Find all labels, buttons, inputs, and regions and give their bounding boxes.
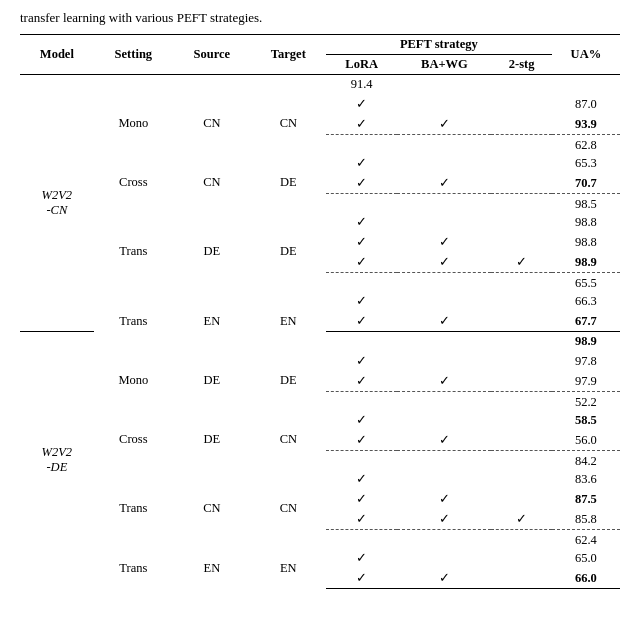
bawg-cell xyxy=(397,548,491,568)
source-cell: EN xyxy=(173,548,251,589)
twostg-cell: ✓ xyxy=(491,509,551,530)
lora-cell xyxy=(326,332,398,352)
bawg-cell xyxy=(397,410,491,430)
source-cell: DE xyxy=(173,212,251,291)
table-row: TransENEN✓66.3 xyxy=(20,291,620,311)
ua-cell: 98.5 xyxy=(552,194,620,213)
ua-cell: 62.4 xyxy=(552,530,620,549)
lora-cell: ✓ xyxy=(326,291,398,311)
twostg-cell xyxy=(491,135,551,154)
bawg-cell xyxy=(397,469,491,489)
bawg-cell: ✓ xyxy=(397,489,491,509)
target-cell: EN xyxy=(251,548,326,589)
ua-cell: 70.7 xyxy=(552,173,620,194)
lora-cell: ✓ xyxy=(326,351,398,371)
lora-cell xyxy=(326,135,398,154)
twostg-cell xyxy=(491,410,551,430)
ua-cell: 62.8 xyxy=(552,135,620,154)
col-setting: Setting xyxy=(94,35,173,75)
col-lora: LoRA xyxy=(326,55,398,75)
ua-cell: 56.0 xyxy=(552,430,620,451)
twostg-cell xyxy=(491,332,551,352)
col-source: Source xyxy=(173,35,251,75)
lora-cell: ✓ xyxy=(326,114,398,135)
twostg-cell xyxy=(491,173,551,194)
twostg-cell xyxy=(491,530,551,549)
bawg-cell: ✓ xyxy=(397,311,491,332)
setting-cell: Trans xyxy=(94,548,173,589)
twostg-cell xyxy=(491,392,551,411)
target-cell: CN xyxy=(251,469,326,548)
model-cell: W2V2-CN xyxy=(20,75,94,332)
setting-cell: Mono xyxy=(94,94,173,153)
lora-cell: ✓ xyxy=(326,153,398,173)
lora-cell xyxy=(326,194,398,213)
lora-cell: ✓ xyxy=(326,489,398,509)
ua-cell: 65.0 xyxy=(552,548,620,568)
ua-cell: 97.9 xyxy=(552,371,620,392)
setting-cell: Trans xyxy=(94,291,173,351)
twostg-cell xyxy=(491,469,551,489)
lora-cell: ✓ xyxy=(326,469,398,489)
results-table: Model Setting Source Target PEFT strateg… xyxy=(20,34,620,589)
ua-cell: 98.8 xyxy=(552,212,620,232)
ua-cell: 65.5 xyxy=(552,273,620,292)
twostg-cell xyxy=(491,451,551,470)
table-row: CrossDECN✓58.5 xyxy=(20,410,620,430)
target-cell: DE xyxy=(251,153,326,212)
lora-cell: ✓ xyxy=(326,212,398,232)
table-row: TransDEDE✓98.8 xyxy=(20,212,620,232)
twostg-cell xyxy=(491,568,551,589)
bawg-cell xyxy=(397,94,491,114)
col-two-stg: 2-stg xyxy=(491,55,551,75)
twostg-cell xyxy=(491,430,551,451)
lora-cell: ✓ xyxy=(326,410,398,430)
ua-cell: 66.3 xyxy=(552,291,620,311)
bawg-cell: ✓ xyxy=(397,371,491,392)
source-cell: EN xyxy=(173,291,251,351)
table-row: TransENEN✓65.0 xyxy=(20,548,620,568)
ua-cell: 98.9 xyxy=(552,252,620,273)
twostg-cell xyxy=(491,371,551,392)
lora-cell xyxy=(326,273,398,292)
bawg-cell: ✓ xyxy=(397,252,491,273)
lora-cell xyxy=(326,530,398,549)
bawg-cell xyxy=(397,273,491,292)
bawg-cell xyxy=(397,212,491,232)
twostg-cell xyxy=(491,351,551,371)
setting-cell: Cross xyxy=(94,153,173,212)
bawg-cell xyxy=(173,75,251,95)
lora-cell: ✓ xyxy=(326,311,398,332)
source-cell: CN xyxy=(173,94,251,153)
bawg-cell: ✓ xyxy=(397,114,491,135)
target-cell: EN xyxy=(251,291,326,351)
ua-cell: 98.9 xyxy=(552,332,620,352)
setting-cell: Trans xyxy=(94,212,173,291)
col-ua: UA% xyxy=(552,35,620,75)
twostg-cell xyxy=(491,489,551,509)
ua-cell: 66.0 xyxy=(552,568,620,589)
bawg-cell: ✓ xyxy=(397,430,491,451)
twostg-cell xyxy=(491,153,551,173)
table-row: W2V2-CN91.4 xyxy=(20,75,620,95)
table-row: TransCNCN✓83.6 xyxy=(20,469,620,489)
ua-cell: 58.5 xyxy=(552,410,620,430)
twostg-cell xyxy=(491,548,551,568)
bawg-cell xyxy=(397,351,491,371)
lora-cell: ✓ xyxy=(326,568,398,589)
ua-cell: 84.2 xyxy=(552,451,620,470)
setting-cell: Cross xyxy=(94,410,173,469)
twostg-cell xyxy=(491,311,551,332)
bawg-cell xyxy=(397,135,491,154)
lora-cell: ✓ xyxy=(326,371,398,392)
ua-cell: 91.4 xyxy=(326,75,398,95)
twostg-cell xyxy=(491,94,551,114)
ua-cell: 83.6 xyxy=(552,469,620,489)
model-cell: W2V2-DE xyxy=(20,332,94,589)
ua-cell: 85.8 xyxy=(552,509,620,530)
bawg-cell xyxy=(397,291,491,311)
twostg-cell xyxy=(491,273,551,292)
setting-cell: Trans xyxy=(94,469,173,548)
ua-cell: 52.2 xyxy=(552,392,620,411)
ua-cell: 98.8 xyxy=(552,232,620,252)
